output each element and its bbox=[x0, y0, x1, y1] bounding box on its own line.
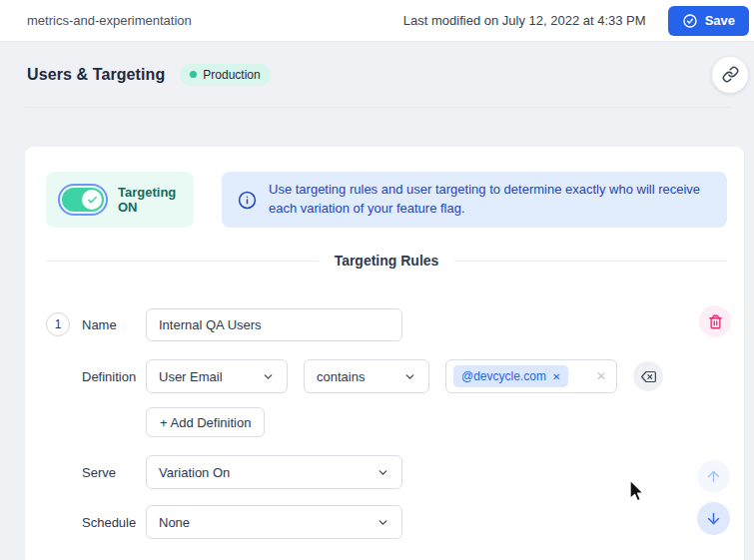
rule-name-input[interactable] bbox=[146, 308, 402, 341]
page-title-row: Users & Targeting Production bbox=[0, 42, 754, 107]
move-rule-down-button[interactable] bbox=[697, 502, 730, 535]
targeting-toggle[interactable] bbox=[58, 184, 108, 216]
save-button[interactable]: Save bbox=[668, 6, 749, 36]
environment-badge-label: Production bbox=[203, 68, 260, 82]
environment-badge: Production bbox=[180, 64, 270, 86]
move-rule-up-button[interactable] bbox=[697, 460, 730, 493]
definition-values-field[interactable]: @devcycle.com ✕ ✕ bbox=[445, 359, 617, 393]
environment-dot-icon bbox=[190, 71, 197, 78]
info-banner: Use targeting rules and user targeting t… bbox=[222, 172, 727, 228]
toggle-check-icon bbox=[87, 195, 98, 206]
schedule-dropdown[interactable]: None bbox=[146, 505, 402, 539]
value-tag-label: @devcycle.com bbox=[461, 369, 546, 383]
property-dropdown[interactable]: User Email bbox=[146, 359, 288, 393]
schedule-dropdown-value: None bbox=[159, 515, 190, 530]
targeting-toggle-card: Targeting ON bbox=[46, 172, 194, 228]
chevron-down-icon bbox=[262, 370, 275, 383]
serve-dropdown-value: Variation On bbox=[159, 465, 230, 480]
definition-label: Definition bbox=[82, 359, 136, 393]
remove-tag-icon[interactable]: ✕ bbox=[552, 371, 560, 382]
header-divider bbox=[25, 107, 730, 108]
comparator-dropdown[interactable]: contains bbox=[304, 359, 429, 393]
comparator-dropdown-value: contains bbox=[317, 369, 365, 384]
arrow-up-icon bbox=[705, 468, 722, 485]
clear-values-button[interactable] bbox=[633, 361, 663, 391]
delete-rule-button[interactable] bbox=[699, 305, 731, 337]
page-title: Users & Targeting bbox=[27, 66, 165, 84]
arrow-down-icon bbox=[705, 510, 722, 527]
save-button-label: Save bbox=[705, 13, 735, 28]
chevron-down-icon bbox=[377, 516, 389, 529]
rule-number-badge: 1 bbox=[46, 312, 70, 336]
last-modified-text: Last modified on July 12, 2022 at 4:33 P… bbox=[403, 13, 646, 28]
chevron-down-icon bbox=[377, 466, 389, 479]
schedule-label: Schedule bbox=[82, 505, 136, 539]
link-icon bbox=[722, 66, 739, 83]
serve-dropdown[interactable]: Variation On bbox=[146, 455, 402, 489]
toggle-knob bbox=[82, 190, 102, 210]
divider-line bbox=[46, 261, 319, 262]
toggle-track bbox=[62, 188, 104, 212]
check-circle-icon bbox=[682, 13, 698, 29]
info-banner-text: Use targeting rules and user targeting t… bbox=[269, 181, 711, 219]
targeting-rules-divider: Targeting Rules bbox=[46, 250, 727, 272]
clear-field-icon[interactable]: ✕ bbox=[596, 369, 606, 383]
top-header: metrics-and-experimentation Last modifie… bbox=[0, 0, 754, 42]
app-screen: metrics-and-experimentation Last modifie… bbox=[0, 0, 754, 560]
property-dropdown-value: User Email bbox=[159, 369, 223, 384]
add-definition-button[interactable]: + Add Definition bbox=[146, 407, 265, 437]
value-tag: @devcycle.com ✕ bbox=[453, 365, 568, 387]
share-link-button[interactable] bbox=[712, 57, 748, 93]
targeting-rules-heading: Targeting Rules bbox=[335, 253, 439, 269]
chevron-down-icon bbox=[403, 370, 416, 383]
rule-name-label: Name bbox=[82, 308, 117, 341]
targeting-toggle-label: Targeting ON bbox=[118, 185, 182, 215]
targeting-card: Targeting ON Use targeting rules and use… bbox=[25, 147, 744, 560]
breadcrumb: metrics-and-experimentation bbox=[27, 13, 403, 28]
divider-line bbox=[454, 261, 727, 262]
backspace-icon bbox=[641, 369, 656, 384]
info-icon bbox=[238, 191, 257, 210]
serve-label: Serve bbox=[82, 455, 116, 489]
trash-icon bbox=[708, 314, 723, 329]
